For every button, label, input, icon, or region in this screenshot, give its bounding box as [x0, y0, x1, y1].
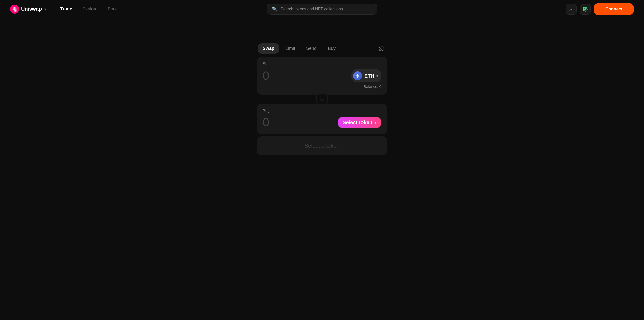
navbar: 🦄 Uniswap ▾ Trade Explore Pool 🔍 Search …	[0, 0, 644, 18]
connect-button[interactable]: Connect	[594, 3, 634, 15]
tab-buy[interactable]: Buy	[323, 43, 341, 54]
eth-token-chevron-icon: ▾	[376, 74, 378, 78]
swap-tabs: Swap Limit Send Buy	[257, 43, 387, 54]
download-icon	[569, 7, 574, 12]
swap-widget: Swap Limit Send Buy Sell 0	[257, 43, 387, 155]
select-a-token-button[interactable]: Select a token	[257, 136, 387, 155]
buy-row: 0 Select token ▾	[263, 116, 381, 128]
eth-token-selector[interactable]: ETH ▾	[351, 69, 381, 82]
nav-explore[interactable]: Explore	[78, 4, 102, 14]
download-button[interactable]	[566, 4, 577, 15]
gear-icon	[583, 7, 588, 12]
logo-chevron-icon: ▾	[44, 7, 46, 11]
tab-send[interactable]: Send	[301, 43, 322, 54]
logo[interactable]: 🦄 Uniswap ▾	[10, 5, 46, 14]
swap-direction-button[interactable]	[316, 94, 328, 105]
search-shortcut: /	[368, 7, 372, 11]
swap-divider	[257, 96, 387, 103]
tab-swap[interactable]: Swap	[258, 43, 279, 54]
select-token-label: Select token	[343, 120, 372, 125]
nav-trade[interactable]: Trade	[56, 4, 76, 14]
svg-text:🦄: 🦄	[12, 6, 18, 12]
nav-right: Connect	[566, 3, 634, 15]
settings-gear-icon	[379, 46, 384, 51]
swap-settings-button[interactable]	[376, 44, 386, 54]
eth-icon	[353, 71, 362, 80]
select-token-chevron-icon: ▾	[374, 120, 376, 125]
sell-amount[interactable]: 0	[263, 70, 269, 82]
logo-text: Uniswap	[21, 6, 42, 12]
nav-links: Trade Explore Pool	[56, 4, 121, 14]
buy-label: Buy	[263, 109, 381, 113]
sell-label: Sell	[263, 62, 381, 66]
svg-point-4	[381, 48, 382, 49]
buy-panel: Buy 0 Select token ▾	[257, 104, 387, 134]
buy-amount[interactable]: 0	[263, 116, 269, 128]
eth-token-name: ETH	[364, 73, 374, 79]
global-search[interactable]: 🔍 Search tokens and NFT collections /	[267, 4, 377, 15]
arrow-down-icon	[320, 97, 324, 101]
settings-button[interactable]	[580, 4, 591, 15]
sell-panel: Sell 0 ETH ▾	[257, 57, 387, 95]
search-placeholder: Search tokens and NFT collections	[280, 7, 365, 11]
svg-point-3	[585, 8, 586, 10]
uniswap-logo-icon: 🦄	[10, 5, 19, 14]
sell-row: 0 ETH ▾	[263, 69, 381, 82]
eth-balance: Balance: 0	[263, 84, 381, 89]
tab-limit[interactable]: Limit	[280, 43, 300, 54]
select-token-button[interactable]: Select token ▾	[338, 117, 381, 128]
main-content: Swap Limit Send Buy Sell 0	[0, 18, 644, 155]
nav-pool[interactable]: Pool	[104, 4, 121, 14]
search-icon: 🔍	[272, 6, 277, 12]
